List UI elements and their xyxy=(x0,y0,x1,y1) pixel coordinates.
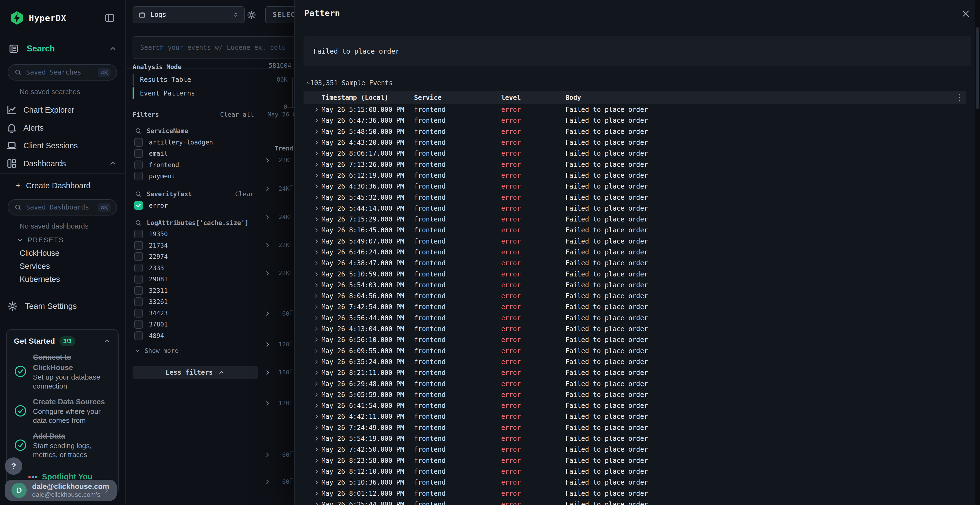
row-expand-chevron-icon[interactable] xyxy=(313,304,321,310)
get-started-item[interactable]: Create Data Sources Configure where your… xyxy=(14,397,111,425)
preset-item[interactable]: ClickHouse xyxy=(20,246,125,260)
filter-option[interactable]: 37801 xyxy=(132,319,258,330)
filter-option[interactable]: 4894 xyxy=(132,330,258,341)
event-row[interactable]: May 26 7:24:49.000 PM frontend error Fai… xyxy=(304,422,966,433)
row-expand-chevron-icon[interactable] xyxy=(313,326,321,332)
table-options-kebab-icon[interactable] xyxy=(957,92,962,103)
event-row[interactable]: May 26 6:12:19.000 PM frontend error Fai… xyxy=(304,170,966,181)
row-expand-chevron-icon[interactable] xyxy=(313,194,321,201)
event-row[interactable]: May 26 8:01:12.000 PM frontend error Fai… xyxy=(304,488,966,499)
event-row[interactable]: May 26 4:43:20.000 PM frontend error Fai… xyxy=(304,137,966,148)
row-expand-chevron-icon[interactable] xyxy=(313,435,321,442)
row-expand-chevron-icon[interactable] xyxy=(313,260,321,266)
row-expand-chevron-icon[interactable] xyxy=(313,106,321,113)
saved-searches-input[interactable]: Saved Searches ⌘K xyxy=(8,64,117,81)
less-filters-button[interactable]: Less filters xyxy=(132,366,258,379)
checkbox-unchecked[interactable] xyxy=(134,286,143,295)
row-expand-chevron-icon[interactable] xyxy=(313,238,321,245)
event-row[interactable]: May 26 6:56:10.000 PM frontend error Fai… xyxy=(304,334,966,345)
event-row[interactable]: May 26 5:44:14.000 PM frontend error Fai… xyxy=(304,203,966,214)
row-expand-chevron-icon[interactable] xyxy=(313,216,321,222)
checkbox-checked[interactable] xyxy=(134,201,143,210)
get-started-item[interactable]: Connect to ClickHouse Set up your databa… xyxy=(14,352,111,391)
event-row[interactable]: May 26 5:56:44.000 PM frontend error Fai… xyxy=(304,313,966,324)
row-expand-chevron-icon[interactable] xyxy=(264,400,271,407)
source-select[interactable]: Logs xyxy=(132,6,245,23)
checkbox-unchecked[interactable] xyxy=(134,264,143,272)
row-expand-chevron-icon[interactable] xyxy=(264,185,271,192)
filter-option[interactable]: 21734 xyxy=(132,240,258,251)
event-row[interactable]: May 26 6:46:24.000 PM frontend error Fai… xyxy=(304,247,966,258)
get-started-item[interactable]: Add Data Start sending logs, metrics, or… xyxy=(14,431,111,459)
checkbox-unchecked[interactable] xyxy=(134,297,143,306)
row-expand-chevron-icon[interactable] xyxy=(313,205,321,212)
sidebar-item-search[interactable]: Search xyxy=(0,41,125,57)
sidebar-item-alerts[interactable]: Alerts xyxy=(0,120,125,136)
pattern-row-fragment[interactable]: 24K xyxy=(262,211,294,222)
row-expand-chevron-icon[interactable] xyxy=(313,501,321,505)
checkbox-unchecked[interactable] xyxy=(134,138,143,147)
row-expand-chevron-icon[interactable] xyxy=(264,369,271,376)
row-expand-chevron-icon[interactable] xyxy=(313,348,321,354)
event-row[interactable]: May 26 5:10:59.000 PM frontend error Fai… xyxy=(304,268,966,279)
row-expand-chevron-icon[interactable] xyxy=(313,271,321,278)
source-settings-gear-icon[interactable] xyxy=(247,10,257,20)
event-row[interactable]: May 26 5:10:36.000 PM frontend error Fai… xyxy=(304,477,966,488)
event-row[interactable]: May 26 6:09:55.000 PM frontend error Fai… xyxy=(304,346,966,356)
event-row[interactable]: May 26 8:16:45.000 PM frontend error Fai… xyxy=(304,225,966,236)
scrollbar-thumb[interactable] xyxy=(976,27,979,109)
event-row[interactable]: May 26 6:41:54.000 PM frontend error Fai… xyxy=(304,400,966,411)
event-row[interactable]: May 26 6:29:48.000 PM frontend error Fai… xyxy=(304,378,966,389)
event-row[interactable]: May 26 5:15:08.000 PM frontend error Fai… xyxy=(304,104,966,115)
get-started-header[interactable]: Get Started 3/3 xyxy=(14,336,111,346)
event-row[interactable]: May 26 7:42:54.000 PM frontend error Fai… xyxy=(304,302,966,312)
filter-option[interactable]: 34423 xyxy=(132,308,258,319)
filter-option[interactable]: email xyxy=(132,148,258,159)
filter-option[interactable]: 2333 xyxy=(132,262,258,274)
row-expand-chevron-icon[interactable] xyxy=(264,270,271,277)
preset-item[interactable]: Kubernetes xyxy=(20,273,125,286)
sidebar-item-client-sessions[interactable]: Client Sessions xyxy=(0,138,125,154)
row-expand-chevron-icon[interactable] xyxy=(313,337,321,343)
row-expand-chevron-icon[interactable] xyxy=(313,139,321,146)
row-expand-chevron-icon[interactable] xyxy=(264,341,271,348)
checkbox-unchecked[interactable] xyxy=(134,275,143,284)
filter-group-severitytext[interactable]: SeverityText Clear xyxy=(132,188,258,200)
pattern-row-fragment[interactable]: 120 xyxy=(262,339,294,349)
filter-option[interactable]: 33261 xyxy=(132,296,258,308)
event-row[interactable]: May 26 4:30:36.000 PM frontend error Fai… xyxy=(304,181,966,192)
event-row[interactable]: May 26 8:23:58.000 PM frontend error Fai… xyxy=(304,455,966,466)
column-header-body[interactable]: Body xyxy=(565,94,966,102)
event-row[interactable]: May 26 6:35:24.000 PM frontend error Fai… xyxy=(304,356,966,367)
checkbox-unchecked[interactable] xyxy=(134,160,143,169)
row-expand-chevron-icon[interactable] xyxy=(313,227,321,233)
pattern-row-fragment[interactable]: 60 xyxy=(262,308,294,319)
event-row[interactable]: May 26 4:38:47.000 PM frontend error Fai… xyxy=(304,258,966,268)
user-menu[interactable]: D dale@clickhouse.com dale@clickhouse.co… xyxy=(5,480,117,501)
checkbox-unchecked[interactable] xyxy=(134,252,143,261)
event-row[interactable]: May 26 5:49:07.000 PM frontend error Fai… xyxy=(304,236,966,247)
clear-severity-link[interactable]: Clear xyxy=(235,191,258,197)
pattern-row-fragment[interactable]: 60 xyxy=(262,449,294,460)
analysis-option-results-table[interactable]: Results Table xyxy=(132,73,258,86)
event-row[interactable]: May 26 5:48:50.000 PM frontend error Fai… xyxy=(304,126,966,137)
row-expand-chevron-icon[interactable] xyxy=(313,402,321,409)
event-row[interactable]: May 26 5:54:03.000 PM frontend error Fai… xyxy=(304,280,966,291)
create-dashboard-button[interactable]: + Create Dashboard xyxy=(0,178,125,193)
event-row[interactable]: May 26 6:25:44.000 PM frontend error Fai… xyxy=(304,499,966,505)
event-row[interactable]: May 26 4:13:04.000 PM frontend error Fai… xyxy=(304,324,966,334)
event-row[interactable]: May 26 8:04:56.000 PM frontend error Fai… xyxy=(304,291,966,302)
row-expand-chevron-icon[interactable] xyxy=(313,392,321,398)
row-expand-chevron-icon[interactable] xyxy=(264,241,271,249)
filter-option[interactable]: 32311 xyxy=(132,285,258,296)
column-header-timestamp[interactable]: Timestamp (Local) xyxy=(321,94,414,102)
show-more-link[interactable]: Show more xyxy=(132,345,258,357)
row-expand-chevron-icon[interactable] xyxy=(313,315,321,321)
filter-option[interactable]: 29081 xyxy=(132,274,258,285)
row-expand-chevron-icon[interactable] xyxy=(313,129,321,135)
pattern-row-fragment[interactable]: 60 xyxy=(262,476,294,487)
checkbox-unchecked[interactable] xyxy=(134,172,143,180)
help-button[interactable]: ? xyxy=(5,457,22,475)
row-expand-chevron-icon[interactable] xyxy=(313,359,321,365)
event-row[interactable]: May 26 6:47:36.000 PM frontend error Fai… xyxy=(304,115,966,126)
